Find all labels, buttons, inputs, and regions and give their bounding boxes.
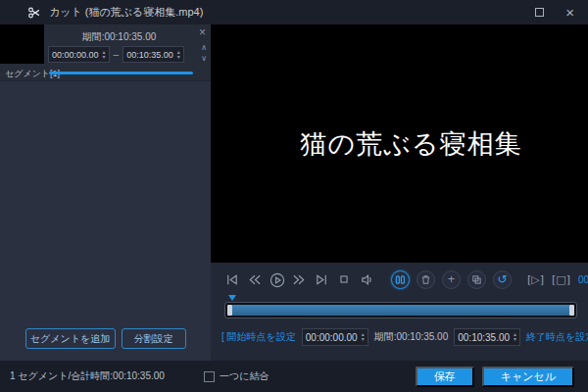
preview-stop-button[interactable]: [□] bbox=[552, 273, 570, 286]
range-separator: – bbox=[114, 49, 120, 60]
reset-icon: ↺ bbox=[497, 273, 507, 285]
status-bar: 1 セグメント/合計時間:00:10:35.00 一つに結合 保存 キャンセル bbox=[0, 361, 588, 392]
titlebar: カット (猫の荒ぶる寝相集.mp4) × bbox=[0, 0, 588, 24]
spinner-down-icon: ▾ bbox=[514, 337, 516, 342]
segment-close-icon[interactable]: × bbox=[199, 26, 206, 38]
fast-forward-icon[interactable] bbox=[292, 272, 307, 287]
timeline-selection[interactable] bbox=[231, 305, 570, 316]
merge-checkbox-group[interactable]: 一つに結合 bbox=[204, 369, 269, 383]
spinner-down-icon: ▾ bbox=[177, 55, 180, 60]
playhead-marker[interactable] bbox=[228, 295, 236, 301]
segment-start-input[interactable]: 00:00:00.00 ▴ ▾ bbox=[48, 46, 110, 63]
split-segment-button[interactable] bbox=[391, 270, 410, 289]
segment-duration-header: 期間:00:10:35.00 bbox=[47, 30, 191, 44]
scroll-up-icon[interactable]: ∧ bbox=[201, 44, 207, 52]
video-preview[interactable]: 猫の荒ぶる寝相集 bbox=[211, 24, 588, 263]
cancel-button[interactable]: キャンセル bbox=[482, 367, 574, 387]
segment-card[interactable]: 期間:00:10:35.00 00:00:00.00 ▴ ▾ – 00:10:3… bbox=[0, 24, 211, 81]
trim-handle-right[interactable] bbox=[569, 305, 574, 316]
add-button[interactable]: + bbox=[442, 270, 461, 289]
segment-range-bar[interactable] bbox=[49, 72, 193, 74]
rewind-icon[interactable] bbox=[247, 272, 262, 287]
time-display: 00:00:02.21/00:10:35.00 bbox=[578, 274, 588, 285]
timeline[interactable] bbox=[224, 295, 577, 320]
volume-icon[interactable] bbox=[360, 272, 374, 287]
spinner[interactable]: ▴ ▾ bbox=[362, 332, 365, 342]
segment-thumbnail bbox=[0, 24, 44, 64]
spinner[interactable]: ▴ ▾ bbox=[514, 332, 516, 342]
play-icon[interactable] bbox=[270, 272, 284, 287]
timeline-track[interactable] bbox=[224, 302, 577, 318]
add-segment-button[interactable]: セグメントを追加 bbox=[25, 328, 116, 349]
trim-duration-label: 期間:00:10:35.00 bbox=[374, 330, 449, 344]
video-overlay-text: 猫の荒ぶる寝相集 bbox=[277, 126, 522, 162]
merge-checkbox[interactable] bbox=[204, 371, 215, 382]
trim-start-input[interactable]: 00:00:00.00 ▴ ▾ bbox=[302, 328, 368, 346]
scroll-down-icon[interactable]: ∨ bbox=[201, 55, 207, 63]
spinner[interactable]: ▴ ▾ bbox=[103, 50, 106, 60]
trim-handle-left[interactable] bbox=[227, 305, 232, 316]
set-start-button[interactable]: [ 開始時点を設定 bbox=[221, 330, 296, 344]
save-button[interactable]: 保存 bbox=[416, 367, 474, 387]
split-settings-button[interactable]: 分割設定 bbox=[122, 328, 186, 349]
stop-icon[interactable] bbox=[337, 272, 352, 287]
spinner-down-icon: ▾ bbox=[362, 337, 365, 342]
player-controls: + ↺ [▷] [□] 00:00:02.21/00:10:35.00 bbox=[211, 263, 588, 361]
merge-checkbox-label: 一つに結合 bbox=[220, 369, 269, 383]
segment-panel: 期間:00:10:35.00 00:00:00.00 ▴ ▾ – 00:10:3… bbox=[0, 24, 211, 361]
scissors-icon bbox=[27, 6, 41, 20]
segment-end-input[interactable]: 00:10:35.00 ▴ ▾ bbox=[122, 46, 184, 63]
spinner[interactable]: ▴ ▾ bbox=[177, 50, 180, 60]
reset-button[interactable]: ↺ bbox=[493, 270, 512, 289]
segment-summary: 1 セグメント/合計時間:00:10:35.00 bbox=[10, 369, 165, 383]
trim-end-input[interactable]: 00:10:35.00 ▴ ▾ bbox=[454, 328, 520, 346]
window-title: カット (猫の荒ぶる寝相集.mp4) bbox=[49, 5, 203, 20]
plus-icon: + bbox=[448, 273, 455, 285]
delete-segment-button[interactable] bbox=[416, 270, 435, 289]
current-time: 00:00:02.21 bbox=[578, 274, 588, 285]
close-icon[interactable]: × bbox=[565, 5, 574, 20]
preview-play-button[interactable]: [▷] bbox=[527, 273, 544, 286]
spinner-down-icon: ▾ bbox=[103, 55, 106, 60]
duplicate-button[interactable] bbox=[467, 270, 486, 289]
cut-dialog-window: カット (猫の荒ぶる寝相集.mp4) × 期間:00:10:35.00 00:0… bbox=[0, 0, 588, 392]
skip-end-icon[interactable] bbox=[315, 272, 329, 287]
skip-start-icon[interactable] bbox=[224, 272, 239, 287]
set-end-button[interactable]: 終了時点を設定 ] bbox=[526, 330, 588, 344]
maximize-icon[interactable] bbox=[535, 8, 544, 17]
